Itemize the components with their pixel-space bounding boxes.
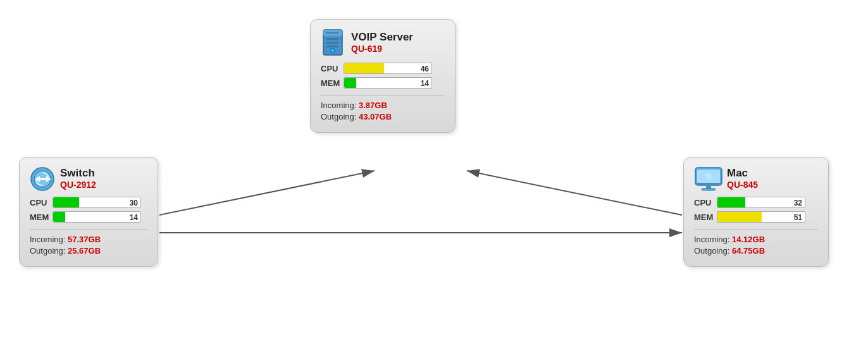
switch-mem-fill [53,212,65,222]
switch-cpu-fill [53,197,79,207]
voip-cpu-fill [344,63,384,73]
mac-cpu-bar: 32 [717,197,805,208]
mac-title-block: Mac QU-845 [727,167,758,190]
svg-rect-3 [326,38,338,40]
voip-mem-value: 14 [421,78,429,89]
voip-incoming-label: Incoming: [321,101,356,110]
switch-icon [30,166,54,190]
svg-point-15 [705,173,712,180]
switch-mem-label: MEM [30,213,53,222]
mac-header: Mac QU-845 [694,166,818,190]
mac-card: Mac QU-845 CPU 32 MEM 51 Incoming: 14.12… [683,157,829,267]
svg-rect-12 [695,183,722,185]
mac-outgoing-value: 64.75GB [732,246,765,256]
switch-cpu-bar: 30 [53,197,141,208]
voip-header: VOIP Server QU-619 [321,28,445,56]
svg-rect-2 [326,32,338,34]
switch-incoming-value: 57.37GB [68,235,101,244]
voip-cpu-row: CPU 46 [321,63,445,74]
svg-point-7 [332,50,334,52]
mac-title: Mac [727,167,758,180]
switch-header: Switch QU-2912 [30,166,147,190]
mac-mem-fill [717,212,762,222]
switch-traffic: Incoming: 57.37GB Outgoing: 25.67GB [30,229,147,256]
mac-icon [694,166,721,190]
switch-title: Switch [60,167,96,180]
svg-rect-4 [326,42,338,44]
voip-incoming-value: 3.87GB [359,101,387,110]
voip-outgoing-row: Outgoing: 43.07GB [321,112,445,121]
mac-mem-row: MEM 51 [694,211,818,223]
switch-incoming-row: Incoming: 57.37GB [30,235,147,244]
voip-mem-label: MEM [321,78,344,88]
switch-outgoing-value: 25.67GB [68,246,101,256]
mac-incoming-value: 14.12GB [732,235,765,244]
mac-mem-value: 51 [794,213,802,223]
voip-title-block: VOIP Server QU-619 [351,31,413,54]
voip-server-card: VOIP Server QU-619 CPU 46 MEM 14 Incomin… [310,19,456,133]
switch-title-block: Switch QU-2912 [60,167,96,190]
mac-cpu-value: 32 [794,198,802,208]
mac-incoming-label: Incoming: [694,235,729,244]
switch-id: QU-2912 [60,180,96,190]
svg-rect-5 [326,46,338,47]
mac-cpu-fill [717,197,745,207]
switch-mem-row: MEM 14 [30,211,147,223]
mac-mem-label: MEM [694,213,717,222]
voip-title: VOIP Server [351,31,413,44]
voip-mem-fill [344,78,356,88]
voip-incoming-row: Incoming: 3.87GB [321,101,445,110]
mac-outgoing-label: Outgoing: [694,246,729,256]
switch-outgoing-label: Outgoing: [30,246,65,256]
voip-cpu-bar: 46 [344,63,432,74]
voip-id: QU-619 [351,44,413,54]
voip-outgoing-label: Outgoing: [321,112,356,121]
voip-cpu-label: CPU [321,64,344,73]
voip-mem-row: MEM 14 [321,77,445,89]
server-icon [321,28,345,56]
switch-to-voip-arrow [159,171,375,215]
mac-outgoing-row: Outgoing: 64.75GB [694,246,818,256]
mac-mem-bar: 51 [717,211,805,223]
switch-incoming-label: Incoming: [30,235,65,244]
mac-to-voip-arrow [467,171,682,215]
mac-traffic: Incoming: 14.12GB Outgoing: 64.75GB [694,229,818,256]
switch-cpu-row: CPU 30 [30,197,147,208]
mac-cpu-row: CPU 32 [694,197,818,208]
switch-mem-bar: 14 [53,211,141,223]
mac-cpu-label: CPU [694,198,717,207]
mac-id: QU-845 [727,180,758,190]
switch-mem-value: 14 [130,213,138,223]
voip-traffic: Incoming: 3.87GB Outgoing: 43.07GB [321,95,445,121]
svg-rect-14 [702,188,716,190]
voip-mem-bar: 14 [344,77,432,89]
switch-cpu-label: CPU [30,198,53,207]
svg-rect-13 [706,185,711,188]
switch-card: Switch QU-2912 CPU 30 MEM 14 Incoming: 5… [19,157,158,267]
switch-cpu-value: 30 [130,198,138,208]
voip-cpu-value: 46 [421,64,429,74]
voip-outgoing-value: 43.07GB [359,112,392,121]
switch-outgoing-row: Outgoing: 25.67GB [30,246,147,256]
mac-incoming-row: Incoming: 14.12GB [694,235,818,244]
